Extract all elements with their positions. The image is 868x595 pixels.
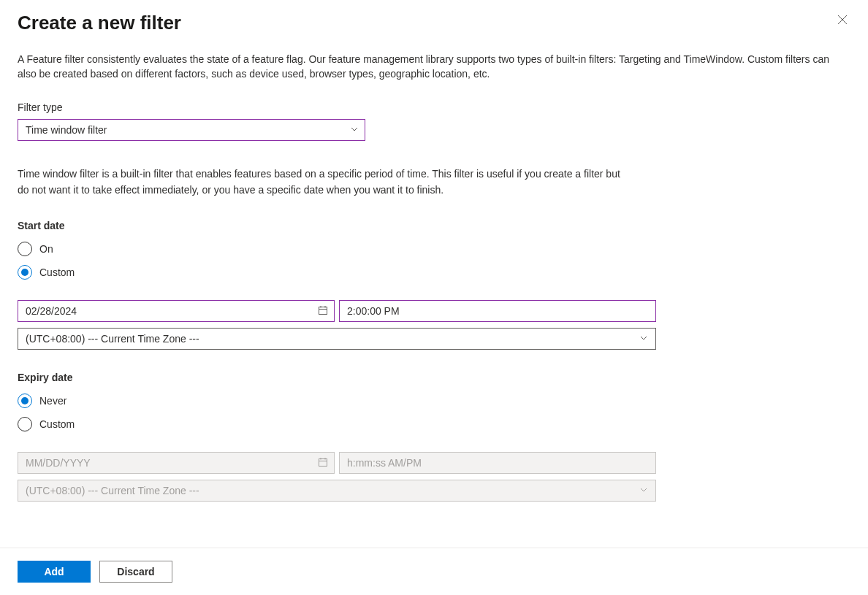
- chevron-down-icon: [639, 485, 648, 496]
- expiry-date-placeholder: MM/DD/YYYY: [26, 457, 91, 469]
- filter-type-description: Time window filter is a built-in filter …: [18, 166, 631, 198]
- radio-icon: [18, 394, 32, 408]
- expiry-radio-custom[interactable]: Custom: [18, 412, 850, 436]
- svg-rect-2: [319, 307, 327, 314]
- radio-label: On: [39, 243, 53, 255]
- start-timezone-select[interactable]: (UTC+08:00) --- Current Time Zone ---: [18, 328, 656, 350]
- radio-icon: [18, 242, 32, 256]
- close-button[interactable]: [834, 12, 850, 29]
- expiry-date-label: Expiry date: [18, 372, 850, 383]
- radio-label: Custom: [39, 418, 75, 430]
- expiry-timezone-value: (UTC+08:00) --- Current Time Zone ---: [26, 485, 199, 496]
- radio-icon: [18, 265, 32, 280]
- filter-type-label: Filter type: [18, 101, 850, 113]
- chevron-down-icon: [350, 124, 359, 136]
- filter-type-value: Time window filter: [26, 124, 107, 136]
- start-date-radio-on[interactable]: On: [18, 237, 850, 261]
- calendar-icon[interactable]: [318, 305, 328, 318]
- expiry-radio-never[interactable]: Never: [18, 389, 850, 412]
- expiry-date-input: MM/DD/YYYY: [18, 452, 335, 474]
- filter-type-select[interactable]: Time window filter: [18, 119, 365, 141]
- start-date-value: 02/28/2024: [26, 305, 77, 317]
- add-button[interactable]: Add: [18, 561, 91, 583]
- start-time-value: 2:00:00 PM: [347, 305, 400, 317]
- radio-label: Never: [39, 395, 66, 407]
- start-time-input[interactable]: 2:00:00 PM: [339, 300, 656, 322]
- expiry-timezone-select: (UTC+08:00) --- Current Time Zone ---: [18, 480, 656, 502]
- start-date-label: Start date: [18, 220, 850, 231]
- radio-label: Custom: [39, 266, 75, 278]
- calendar-icon: [318, 457, 328, 469]
- start-date-input[interactable]: 02/28/2024: [18, 300, 335, 322]
- radio-icon: [18, 417, 32, 431]
- page-title: Create a new filter: [18, 12, 181, 34]
- start-date-radio-custom[interactable]: Custom: [18, 261, 850, 284]
- expiry-time-input: h:mm:ss AM/PM: [339, 452, 656, 474]
- svg-rect-6: [319, 458, 327, 466]
- close-icon: [837, 15, 848, 25]
- start-timezone-value: (UTC+08:00) --- Current Time Zone ---: [26, 333, 199, 345]
- chevron-down-icon: [639, 333, 648, 345]
- expiry-time-placeholder: h:mm:ss AM/PM: [347, 457, 422, 469]
- discard-button[interactable]: Discard: [99, 561, 172, 583]
- intro-text: A Feature filter consistently evaluates …: [18, 52, 850, 81]
